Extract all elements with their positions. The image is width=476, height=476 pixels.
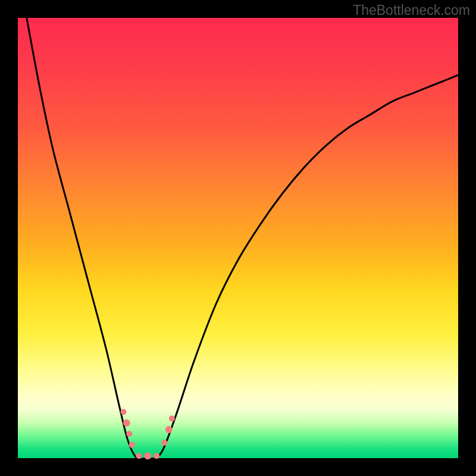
- chart-frame: TheBottleneck.com: [0, 0, 476, 476]
- data-marker: [126, 431, 132, 437]
- curve-layer: [18, 18, 458, 458]
- data-marker: [129, 442, 135, 448]
- data-marker: [169, 415, 175, 421]
- data-marker: [161, 440, 167, 446]
- watermark-text: TheBottleneck.com: [353, 2, 470, 18]
- data-marker: [121, 409, 127, 415]
- data-marker: [123, 419, 130, 427]
- data-marker: [136, 453, 142, 459]
- bottleneck-curve: [27, 18, 458, 459]
- data-marker: [144, 452, 151, 459]
- plot-area: [18, 18, 458, 458]
- data-marker: [165, 426, 173, 433]
- data-marker: [154, 453, 159, 459]
- marker-group: [121, 409, 175, 459]
